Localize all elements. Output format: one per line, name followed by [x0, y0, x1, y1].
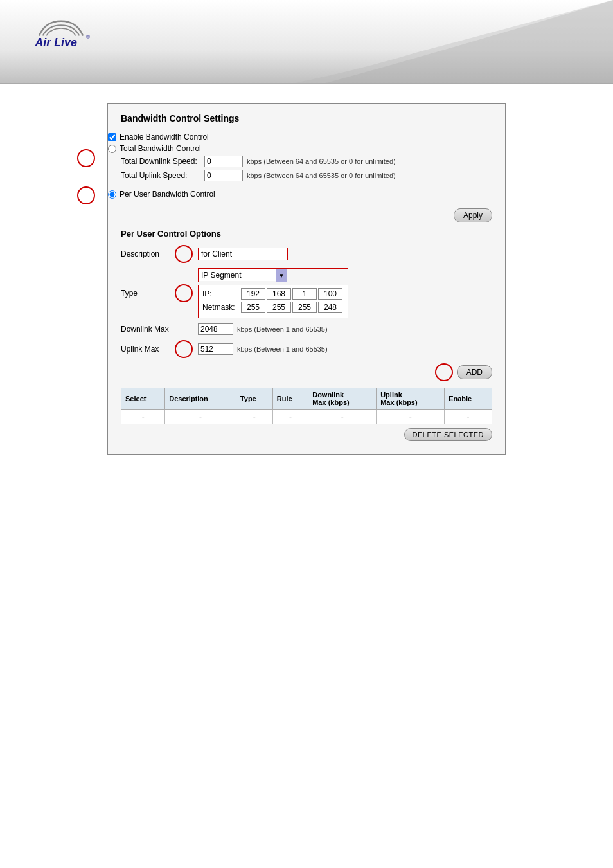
downlink-max-label: Downlink Max — [121, 325, 198, 334]
delete-selected-button[interactable]: DELETE SELECTED — [404, 428, 492, 441]
logo: Air Live ® — [19, 13, 103, 60]
uplink-speed-row: Total Uplink Speed: kbps (Between 64 and… — [121, 170, 396, 181]
per-user-options-title: Per User Control Options — [121, 229, 492, 239]
annotation-circle-5 — [175, 340, 193, 358]
netmask-octet-4[interactable] — [318, 302, 342, 313]
ip-octet-4[interactable] — [318, 288, 342, 300]
total-bandwidth-label: Total Bandwidth Control — [120, 144, 201, 153]
per-user-radio[interactable] — [108, 190, 116, 199]
per-user-label: Per User Bandwidth Control — [120, 190, 215, 199]
panel-title: Bandwidth Control Settings — [121, 113, 492, 123]
svg-text:Air Live: Air Live — [34, 36, 77, 49]
enable-bandwidth-label: Enable Bandwidth Control — [120, 132, 209, 141]
enable-bandwidth-row: Enable Bandwidth Control — [108, 132, 396, 141]
type-select[interactable]: IP Segment IP Range Single IP — [199, 269, 276, 281]
netmask-octet-1[interactable] — [241, 302, 265, 313]
ip-block: IP: Netmask: — [198, 285, 348, 318]
col-type: Type — [236, 388, 272, 410]
ip-octet-3[interactable] — [292, 288, 317, 300]
add-button[interactable]: ADD — [457, 365, 492, 379]
ip-label: IP: — [202, 289, 241, 298]
cell-downlink-max: - — [308, 410, 377, 424]
col-uplink-max: UplinkMax (kbps) — [377, 388, 445, 410]
header: Air Live ® — [0, 0, 613, 84]
add-row: ADD — [121, 363, 492, 381]
downlink-max-hint: kbps (Between 1 and 65535) — [237, 325, 328, 333]
total-bandwidth-radio[interactable] — [108, 145, 116, 153]
downlink-speed-hint: kbps (Between 64 and 65535 or 0 for unli… — [247, 158, 396, 165]
ip-octet-1[interactable] — [241, 288, 265, 300]
cell-description: - — [165, 410, 236, 424]
uplink-max-row: Uplink Max kbps (Between 1 and 65535) — [121, 340, 492, 358]
netmask-octet-2[interactable] — [267, 302, 291, 313]
cell-enable: - — [445, 410, 492, 424]
ip-octet-2[interactable] — [267, 288, 291, 300]
col-rule: Rule — [272, 388, 308, 410]
col-downlink-max: DownlinkMax (kbps) — [308, 388, 377, 410]
uplink-max-input[interactable] — [198, 343, 233, 355]
uplink-max-hint: kbps (Between 1 and 65535) — [237, 345, 328, 353]
table-header-row: Select Description Type Rule DownlinkMax… — [121, 388, 492, 410]
delete-row: DELETE SELECTED — [121, 428, 492, 441]
svg-text:®: ® — [86, 34, 90, 40]
uplink-speed-label: Total Uplink Speed: — [121, 171, 204, 180]
description-input[interactable] — [198, 248, 288, 260]
uplink-speed-hint: kbps (Between 64 and 65535 or 0 for unli… — [247, 172, 396, 179]
description-row: Description — [121, 245, 492, 263]
netmask-row: Netmask: — [202, 302, 344, 313]
total-bandwidth-row: Total Bandwidth Control — [108, 144, 396, 153]
cell-uplink-max: - — [377, 410, 445, 424]
col-select: Select — [121, 388, 165, 410]
per-user-row: Per User Bandwidth Control — [108, 190, 215, 199]
annotation-circle-2 — [77, 186, 95, 204]
netmask-label: Netmask: — [202, 303, 241, 312]
apply-row: Apply — [121, 208, 492, 222]
annotation-circle-4 — [175, 284, 193, 302]
uplink-speed-input[interactable] — [204, 170, 243, 181]
enable-bandwidth-checkbox[interactable] — [108, 133, 116, 141]
header-wave — [292, 0, 613, 84]
data-table: Select Description Type Rule DownlinkMax… — [121, 388, 492, 424]
cell-type: - — [236, 410, 272, 424]
netmask-octet-3[interactable] — [292, 302, 317, 313]
downlink-max-row: Downlink Max kbps (Between 1 and 65535) — [121, 323, 492, 335]
annotation-circle-3 — [175, 245, 193, 263]
col-enable: Enable — [445, 388, 492, 410]
settings-panel: Bandwidth Control Settings Enable Bandwi… — [107, 103, 506, 455]
select-arrow-icon[interactable]: ▼ — [276, 269, 287, 282]
table-row: - - - - - - - — [121, 410, 492, 424]
cell-select: - — [121, 410, 165, 424]
ip-row: IP: — [202, 288, 344, 300]
main-content: Bandwidth Control Settings Enable Bandwi… — [0, 84, 613, 474]
downlink-speed-row: Total Downlink Speed: kbps (Between 64 a… — [121, 156, 396, 167]
type-row: Type IP Segment IP Range Single IP ▼ — [121, 268, 492, 318]
airlive-logo: Air Live ® — [19, 13, 103, 58]
annotation-circle-1 — [77, 149, 95, 167]
downlink-speed-input[interactable] — [204, 156, 243, 167]
downlink-max-input[interactable] — [198, 323, 233, 335]
annotation-circle-6 — [435, 363, 453, 381]
apply-button[interactable]: Apply — [454, 208, 492, 222]
cell-rule: - — [272, 410, 308, 424]
downlink-speed-label: Total Downlink Speed: — [121, 157, 204, 166]
type-select-wrap: IP Segment IP Range Single IP ▼ — [198, 268, 348, 282]
col-description: Description — [165, 388, 236, 410]
